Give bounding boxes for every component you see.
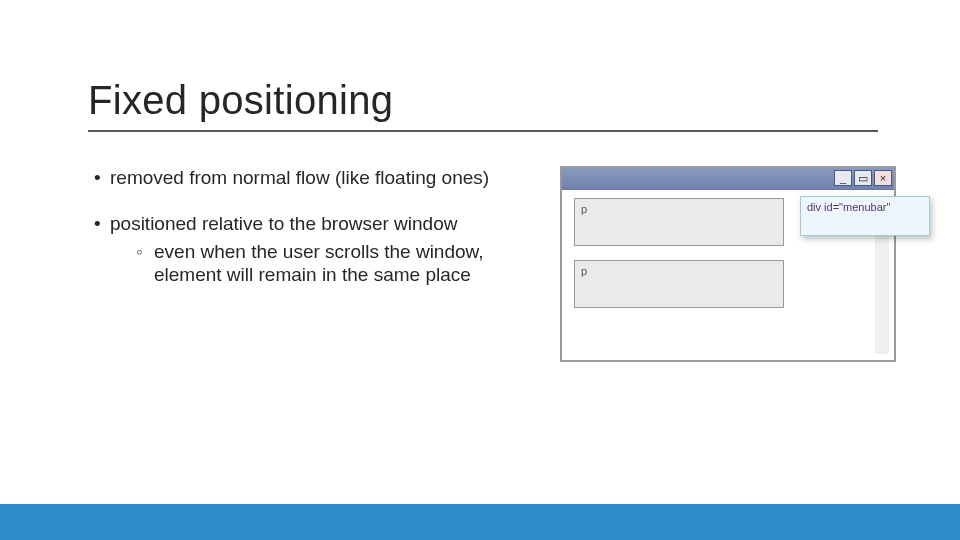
slide-body: removed from normal flow (like floating …: [88, 166, 518, 309]
maximize-icon: ▭: [854, 170, 872, 186]
browser-body: p p div id="menubar": [562, 190, 894, 360]
paragraph-label-1: p: [581, 203, 587, 215]
bullet-2-sub: even when the user scrolls the window, e…: [110, 240, 518, 288]
minimize-icon: _: [834, 170, 852, 186]
close-icon: ×: [874, 170, 892, 186]
bullet-1: removed from normal flow (like floating …: [88, 166, 518, 190]
paragraph-box-2: p: [574, 260, 784, 308]
slide-title: Fixed positioning: [88, 78, 393, 123]
title-underline: [88, 130, 878, 132]
bullet-2-text: positioned relative to the browser windo…: [110, 213, 457, 234]
bullet-2: positioned relative to the browser windo…: [88, 212, 518, 287]
window-buttons: _ ▭ ×: [834, 170, 892, 186]
window-titlebar: _ ▭ ×: [562, 168, 894, 190]
fixed-menubar-callout: div id="menubar": [800, 196, 930, 236]
slide-footer-bar: [0, 504, 960, 540]
browser-diagram: _ ▭ × p p div id="menubar": [560, 166, 896, 362]
paragraph-box-1: p: [574, 198, 784, 246]
paragraph-label-2: p: [581, 265, 587, 277]
menubar-label: div id="menubar": [807, 201, 890, 213]
slide: Fixed positioning removed from normal fl…: [0, 0, 960, 540]
